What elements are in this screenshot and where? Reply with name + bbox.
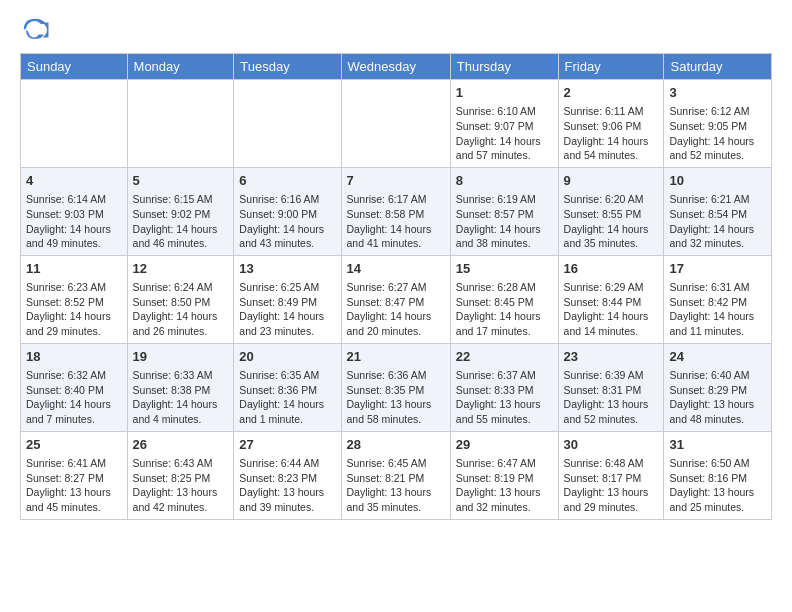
day-number: 29 bbox=[456, 436, 553, 454]
day-number: 10 bbox=[669, 172, 766, 190]
day-info: Sunrise: 6:29 AM Sunset: 8:44 PM Dayligh… bbox=[564, 280, 659, 339]
day-info: Sunrise: 6:45 AM Sunset: 8:21 PM Dayligh… bbox=[347, 456, 445, 515]
day-number: 25 bbox=[26, 436, 122, 454]
calendar-cell: 4Sunrise: 6:14 AM Sunset: 9:03 PM Daylig… bbox=[21, 167, 128, 255]
calendar-header-row: SundayMondayTuesdayWednesdayThursdayFrid… bbox=[21, 54, 772, 80]
day-number: 23 bbox=[564, 348, 659, 366]
calendar-week-3: 18Sunrise: 6:32 AM Sunset: 8:40 PM Dayli… bbox=[21, 343, 772, 431]
calendar-cell: 10Sunrise: 6:21 AM Sunset: 8:54 PM Dayli… bbox=[664, 167, 772, 255]
day-info: Sunrise: 6:19 AM Sunset: 8:57 PM Dayligh… bbox=[456, 192, 553, 251]
calendar-header-tuesday: Tuesday bbox=[234, 54, 341, 80]
calendar-cell: 24Sunrise: 6:40 AM Sunset: 8:29 PM Dayli… bbox=[664, 343, 772, 431]
day-info: Sunrise: 6:33 AM Sunset: 8:38 PM Dayligh… bbox=[133, 368, 229, 427]
day-number: 11 bbox=[26, 260, 122, 278]
calendar-cell: 8Sunrise: 6:19 AM Sunset: 8:57 PM Daylig… bbox=[450, 167, 558, 255]
day-number: 4 bbox=[26, 172, 122, 190]
day-info: Sunrise: 6:14 AM Sunset: 9:03 PM Dayligh… bbox=[26, 192, 122, 251]
calendar-header-monday: Monday bbox=[127, 54, 234, 80]
day-number: 12 bbox=[133, 260, 229, 278]
calendar-cell: 13Sunrise: 6:25 AM Sunset: 8:49 PM Dayli… bbox=[234, 255, 341, 343]
calendar-header-thursday: Thursday bbox=[450, 54, 558, 80]
calendar-cell: 20Sunrise: 6:35 AM Sunset: 8:36 PM Dayli… bbox=[234, 343, 341, 431]
calendar-cell: 31Sunrise: 6:50 AM Sunset: 8:16 PM Dayli… bbox=[664, 431, 772, 519]
calendar-cell: 17Sunrise: 6:31 AM Sunset: 8:42 PM Dayli… bbox=[664, 255, 772, 343]
day-info: Sunrise: 6:44 AM Sunset: 8:23 PM Dayligh… bbox=[239, 456, 335, 515]
day-number: 13 bbox=[239, 260, 335, 278]
logo-icon bbox=[20, 15, 50, 45]
day-number: 8 bbox=[456, 172, 553, 190]
day-info: Sunrise: 6:48 AM Sunset: 8:17 PM Dayligh… bbox=[564, 456, 659, 515]
day-info: Sunrise: 6:31 AM Sunset: 8:42 PM Dayligh… bbox=[669, 280, 766, 339]
day-info: Sunrise: 6:39 AM Sunset: 8:31 PM Dayligh… bbox=[564, 368, 659, 427]
calendar-cell: 5Sunrise: 6:15 AM Sunset: 9:02 PM Daylig… bbox=[127, 167, 234, 255]
day-info: Sunrise: 6:50 AM Sunset: 8:16 PM Dayligh… bbox=[669, 456, 766, 515]
day-info: Sunrise: 6:17 AM Sunset: 8:58 PM Dayligh… bbox=[347, 192, 445, 251]
day-number: 3 bbox=[669, 84, 766, 102]
day-number: 2 bbox=[564, 84, 659, 102]
calendar-header-wednesday: Wednesday bbox=[341, 54, 450, 80]
calendar-cell: 12Sunrise: 6:24 AM Sunset: 8:50 PM Dayli… bbox=[127, 255, 234, 343]
calendar-cell: 25Sunrise: 6:41 AM Sunset: 8:27 PM Dayli… bbox=[21, 431, 128, 519]
calendar-week-1: 4Sunrise: 6:14 AM Sunset: 9:03 PM Daylig… bbox=[21, 167, 772, 255]
day-number: 5 bbox=[133, 172, 229, 190]
calendar-cell: 22Sunrise: 6:37 AM Sunset: 8:33 PM Dayli… bbox=[450, 343, 558, 431]
calendar-cell: 15Sunrise: 6:28 AM Sunset: 8:45 PM Dayli… bbox=[450, 255, 558, 343]
calendar-cell bbox=[234, 80, 341, 168]
day-number: 15 bbox=[456, 260, 553, 278]
day-number: 18 bbox=[26, 348, 122, 366]
calendar-cell bbox=[341, 80, 450, 168]
day-number: 24 bbox=[669, 348, 766, 366]
calendar-cell: 21Sunrise: 6:36 AM Sunset: 8:35 PM Dayli… bbox=[341, 343, 450, 431]
day-info: Sunrise: 6:24 AM Sunset: 8:50 PM Dayligh… bbox=[133, 280, 229, 339]
day-info: Sunrise: 6:10 AM Sunset: 9:07 PM Dayligh… bbox=[456, 104, 553, 163]
day-info: Sunrise: 6:40 AM Sunset: 8:29 PM Dayligh… bbox=[669, 368, 766, 427]
calendar-cell: 26Sunrise: 6:43 AM Sunset: 8:25 PM Dayli… bbox=[127, 431, 234, 519]
calendar-container: SundayMondayTuesdayWednesdayThursdayFrid… bbox=[0, 53, 792, 520]
day-info: Sunrise: 6:20 AM Sunset: 8:55 PM Dayligh… bbox=[564, 192, 659, 251]
day-info: Sunrise: 6:32 AM Sunset: 8:40 PM Dayligh… bbox=[26, 368, 122, 427]
calendar-cell: 7Sunrise: 6:17 AM Sunset: 8:58 PM Daylig… bbox=[341, 167, 450, 255]
calendar-cell: 9Sunrise: 6:20 AM Sunset: 8:55 PM Daylig… bbox=[558, 167, 664, 255]
day-number: 17 bbox=[669, 260, 766, 278]
day-number: 26 bbox=[133, 436, 229, 454]
logo bbox=[20, 15, 54, 45]
calendar-header-sunday: Sunday bbox=[21, 54, 128, 80]
calendar-cell: 16Sunrise: 6:29 AM Sunset: 8:44 PM Dayli… bbox=[558, 255, 664, 343]
calendar-week-4: 25Sunrise: 6:41 AM Sunset: 8:27 PM Dayli… bbox=[21, 431, 772, 519]
calendar-cell: 3Sunrise: 6:12 AM Sunset: 9:05 PM Daylig… bbox=[664, 80, 772, 168]
day-info: Sunrise: 6:12 AM Sunset: 9:05 PM Dayligh… bbox=[669, 104, 766, 163]
calendar-week-2: 11Sunrise: 6:23 AM Sunset: 8:52 PM Dayli… bbox=[21, 255, 772, 343]
calendar-cell: 14Sunrise: 6:27 AM Sunset: 8:47 PM Dayli… bbox=[341, 255, 450, 343]
day-info: Sunrise: 6:43 AM Sunset: 8:25 PM Dayligh… bbox=[133, 456, 229, 515]
day-number: 6 bbox=[239, 172, 335, 190]
calendar-cell: 6Sunrise: 6:16 AM Sunset: 9:00 PM Daylig… bbox=[234, 167, 341, 255]
calendar-cell: 1Sunrise: 6:10 AM Sunset: 9:07 PM Daylig… bbox=[450, 80, 558, 168]
calendar-cell bbox=[21, 80, 128, 168]
day-info: Sunrise: 6:23 AM Sunset: 8:52 PM Dayligh… bbox=[26, 280, 122, 339]
calendar-cell: 2Sunrise: 6:11 AM Sunset: 9:06 PM Daylig… bbox=[558, 80, 664, 168]
calendar-header-friday: Friday bbox=[558, 54, 664, 80]
calendar-table: SundayMondayTuesdayWednesdayThursdayFrid… bbox=[20, 53, 772, 520]
day-info: Sunrise: 6:28 AM Sunset: 8:45 PM Dayligh… bbox=[456, 280, 553, 339]
calendar-cell: 19Sunrise: 6:33 AM Sunset: 8:38 PM Dayli… bbox=[127, 343, 234, 431]
day-info: Sunrise: 6:37 AM Sunset: 8:33 PM Dayligh… bbox=[456, 368, 553, 427]
day-number: 21 bbox=[347, 348, 445, 366]
day-info: Sunrise: 6:25 AM Sunset: 8:49 PM Dayligh… bbox=[239, 280, 335, 339]
day-number: 16 bbox=[564, 260, 659, 278]
day-info: Sunrise: 6:27 AM Sunset: 8:47 PM Dayligh… bbox=[347, 280, 445, 339]
day-number: 27 bbox=[239, 436, 335, 454]
day-info: Sunrise: 6:47 AM Sunset: 8:19 PM Dayligh… bbox=[456, 456, 553, 515]
calendar-week-0: 1Sunrise: 6:10 AM Sunset: 9:07 PM Daylig… bbox=[21, 80, 772, 168]
page-header bbox=[0, 0, 792, 53]
calendar-cell: 23Sunrise: 6:39 AM Sunset: 8:31 PM Dayli… bbox=[558, 343, 664, 431]
calendar-cell: 18Sunrise: 6:32 AM Sunset: 8:40 PM Dayli… bbox=[21, 343, 128, 431]
day-number: 22 bbox=[456, 348, 553, 366]
calendar-cell: 28Sunrise: 6:45 AM Sunset: 8:21 PM Dayli… bbox=[341, 431, 450, 519]
day-number: 1 bbox=[456, 84, 553, 102]
day-info: Sunrise: 6:36 AM Sunset: 8:35 PM Dayligh… bbox=[347, 368, 445, 427]
calendar-cell: 30Sunrise: 6:48 AM Sunset: 8:17 PM Dayli… bbox=[558, 431, 664, 519]
day-number: 9 bbox=[564, 172, 659, 190]
calendar-cell: 27Sunrise: 6:44 AM Sunset: 8:23 PM Dayli… bbox=[234, 431, 341, 519]
calendar-cell: 11Sunrise: 6:23 AM Sunset: 8:52 PM Dayli… bbox=[21, 255, 128, 343]
day-number: 28 bbox=[347, 436, 445, 454]
